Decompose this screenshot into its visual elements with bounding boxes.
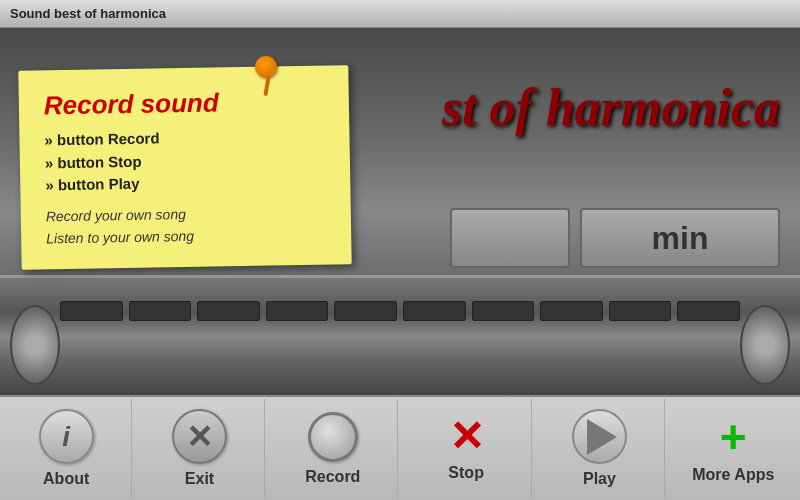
play-icon — [572, 409, 627, 464]
pin-icon — [255, 56, 277, 78]
harmonica-hole — [60, 301, 123, 321]
harmonica-title: st of harmonica — [442, 78, 780, 137]
exit-button[interactable]: ✕ Exit — [135, 399, 265, 499]
play-label: Play — [583, 470, 616, 488]
toolbar: i About ✕ Exit Record ✕ Stop Play + More… — [0, 395, 800, 500]
harmonica-holes — [60, 298, 740, 323]
harmonica-hole — [609, 301, 672, 321]
harmonica-cap-right — [740, 305, 790, 385]
info-icon: i — [39, 409, 94, 464]
record-label: Record — [305, 468, 360, 486]
about-button[interactable]: i About — [2, 399, 132, 499]
exit-icon: ✕ — [172, 409, 227, 464]
min-label: min — [652, 220, 709, 257]
harmonica-body — [0, 275, 800, 395]
main-content: st of harmonica min Record sound » butto… — [0, 28, 800, 395]
harmonica-hole — [472, 301, 535, 321]
exit-label: Exit — [185, 470, 214, 488]
sticky-note: Record sound » button Record » button St… — [18, 65, 351, 270]
sticky-note-heading: Record sound — [44, 85, 329, 121]
harmonica-hole — [677, 301, 740, 321]
min-display-box: min — [580, 208, 780, 268]
plus-icon: + — [720, 414, 747, 460]
app-title: Sound best of harmonica — [10, 6, 166, 21]
about-label: About — [43, 470, 89, 488]
harmonica-hole — [266, 301, 329, 321]
more-apps-button[interactable]: + More Apps — [668, 399, 798, 499]
harmonica-cap-left — [10, 305, 60, 385]
play-button[interactable]: Play — [535, 399, 665, 499]
sticky-note-footer-1: Record your own song Listen to your own … — [46, 200, 332, 250]
stop-icon: ✕ — [449, 416, 484, 458]
sticky-note-item-3: » button Play — [45, 169, 330, 196]
harmonica-hole — [540, 301, 603, 321]
stop-label: Stop — [448, 464, 484, 482]
title-bar: Sound best of harmonica — [0, 0, 800, 28]
record-button[interactable]: Record — [268, 399, 398, 499]
harmonica-hole — [197, 301, 260, 321]
harmonica-hole — [403, 301, 466, 321]
harmonica-hole — [334, 301, 397, 321]
stop-button[interactable]: ✕ Stop — [402, 399, 532, 499]
harmonica-hole — [129, 301, 192, 321]
record-icon — [308, 412, 358, 462]
record-display-box — [450, 208, 570, 268]
more-apps-label: More Apps — [692, 466, 774, 484]
